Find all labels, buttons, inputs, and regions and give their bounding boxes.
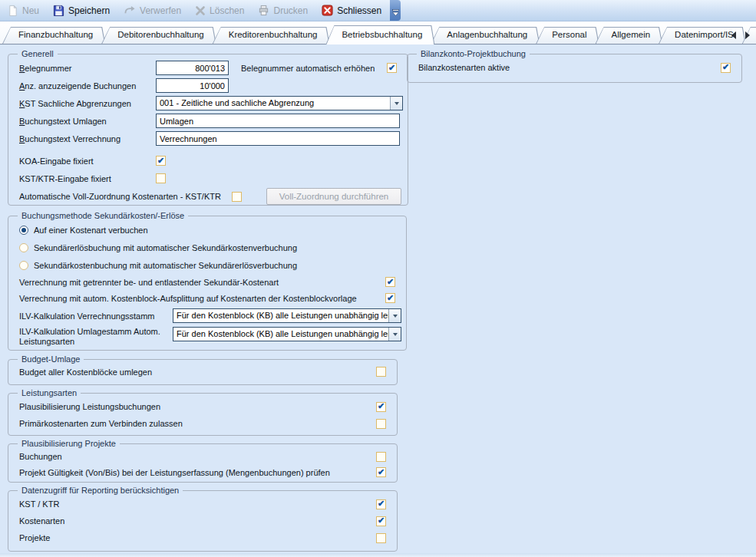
bilanzkostenarten-aktive-label: Bilanzkostenarten aktive [418,63,510,72]
print-icon [258,5,269,16]
save-icon [53,5,64,16]
projekte-checkbox[interactable] [376,533,386,543]
kstktr-fixiert-label: KST/KTR-Eingabe fixiert [19,174,156,183]
buchungstext-umlagen-label: Buchungstext Umlagen [19,117,156,126]
tab-betriebsbuchhaltung[interactable]: Betriebsbuchhaltung [325,25,434,44]
belegnummer-label: Belegnummer [19,64,156,73]
kstktr-fixiert-checkbox[interactable] [156,173,166,183]
group-plausibilisierung-projekte-title: Plausibilisierung Projekte [18,439,120,448]
budget-umlegen-label: Budget aller Kostenblöcke umlegen [19,367,152,377]
budget-umlegen-checkbox[interactable] [376,367,386,377]
delete-button-label: Löschen [210,5,244,16]
group-buchungsmethode: Buchungsmethode Sekundärkosten/-Erlöse A… [8,211,407,351]
new-button-label: Neu [22,5,39,16]
auto-increment-checkbox[interactable] [387,63,397,73]
radio-kostenart-verbuchen[interactable] [19,226,28,235]
toolbar-overflow-icon [392,8,399,18]
primaerkostenarten-verbinden-checkbox[interactable] [376,419,386,429]
group-leistungsarten-title: Leistungsarten [18,388,81,397]
betriebsbuchhaltung-panel: Generell Belegnummer Belegnummer automat… [0,44,756,557]
close-icon [322,5,333,16]
dropdown-arrow-icon[interactable] [388,328,401,341]
tab-debitorenbuchhaltung[interactable]: Debitorenbuchhaltung [101,27,216,44]
group-generell: Generell Belegnummer Belegnummer automat… [8,49,408,206]
new-document-icon [7,5,18,16]
kostenarten-label: Kostenarten [19,516,64,526]
kst-ktr-label: KST / KTR [19,499,59,509]
dropdown-arrow-icon[interactable] [388,309,401,322]
discard-button[interactable]: Verwerfen [117,0,188,21]
kst-abgrenzungen-label: KST Sachliche Abgrenzungen [19,99,156,108]
verrechnung-getrennt-checkbox[interactable] [385,277,395,287]
tab-datenimport-is[interactable]: Datenimport/IS [659,27,746,44]
delete-icon [195,5,206,16]
tab-archiv-dms[interactable]: Archiv/DMS [742,27,756,44]
auto-zuordnung-checkbox[interactable] [232,192,242,202]
group-budget-umlage: Budget-Umlage Budget aller Kostenblöcke … [8,354,398,385]
radio-sekundaerkostenbuchung[interactable] [19,261,28,270]
primaerkostenarten-verbinden-label: Primärkostenarten zum Verbinden zulassen [19,419,183,428]
kostenarten-checkbox[interactable] [376,516,386,526]
belegnummer-input[interactable] [156,61,229,75]
tab-anlagenbuchhaltung[interactable]: Anlagenbuchhaltung [431,27,540,44]
buchungen-checkbox[interactable] [376,452,386,462]
anz-buchungen-input[interactable] [156,78,229,93]
ilv-umlagestamm-label: ILV-Kalkulation Umlagestamm Autom. Leist… [19,327,173,347]
close-button[interactable]: Schliessen [315,0,388,21]
auto-increment-label: Belegnummer automatisch erhöhen [241,64,375,73]
plausibilisierung-leistungsbuchungen-checkbox[interactable] [376,402,386,412]
ilv-umlagestamm-select[interactable]: Für den Kostenblock (KB) alle Leistungen… [173,327,401,341]
ilv-verrechnungsstamm-label: ILV-Kalkulation Verrechnungsstamm [19,311,173,321]
save-button[interactable]: Speichern [46,0,117,21]
toolbar: Neu Speichern Verwerfen Löschen Drucken … [0,0,756,21]
koa-fixiert-checkbox[interactable] [156,156,166,166]
group-bilanzkonto-projektbuchung: Bilanzkonto-Projektbuchung Bilanzkostena… [407,49,742,83]
delete-button[interactable]: Löschen [188,0,251,21]
radio-sekundaerkostenbuchung-label: Sekundärkostenbuchung mit automatischer … [34,261,297,270]
new-button[interactable]: Neu [0,0,46,21]
buchungen-label: Buchungen [19,452,62,461]
buchungstext-umlagen-input[interactable] [156,114,400,128]
dropdown-arrow-icon[interactable] [390,97,402,110]
buchungstext-verrechnung-input[interactable] [156,131,400,146]
print-button[interactable]: Drucken [251,0,315,21]
voll-zuordnung-button[interactable]: Voll-Zuordnung durchführen [266,188,401,205]
verrechnung-aufsplittung-checkbox[interactable] [385,293,395,303]
group-buchungsmethode-title: Buchungsmethode Sekundärkosten/-Erlöse [18,211,188,220]
radio-sekundaererloesbuchung[interactable] [19,243,28,252]
koa-fixiert-label: KOA-Eingabe fixiert [19,157,156,166]
buchungstext-verrechnung-label: Buchungstext Verrechnung [19,134,156,143]
print-button-label: Drucken [273,5,308,16]
toolbar-overflow-button[interactable] [390,0,401,21]
tab-allgemein[interactable]: Allgemein [596,27,663,44]
ilv-verrechnungsstamm-select[interactable]: Für den Kostenblock (KB) alle Leistungen… [173,308,401,323]
save-button-label: Speichern [68,5,110,16]
plausibilisierung-leistungsbuchungen-label: Plausibilisierung Leistungsbuchungen [19,402,160,411]
tab-personal[interactable]: Personal [536,27,599,44]
group-leistungsarten: Leistungsarten Plausibilisierung Leistun… [8,388,398,436]
discard-button-label: Verwerfen [140,5,181,16]
group-datenzugriff: Datenzugriff für Reporting berücksichtig… [8,486,398,552]
bilanzkostenarten-aktive-checkbox[interactable] [721,63,731,73]
kst-abgrenzungen-select[interactable]: 001 - Zeitliche und sachliche Abgrenzung [156,96,403,110]
radio-kostenart-verbuchen-label: Auf einer Kostenart verbuchen [34,226,148,235]
close-button-label: Schliessen [337,5,381,16]
auto-zuordnung-label: Automatische Voll-Zuordnung Kostenarten … [19,192,221,201]
group-budget-umlage-title: Budget-Umlage [18,354,84,364]
verrechnung-getrennt-label: Verrechnung mit getrennter be- und entla… [19,278,279,287]
group-plausibilisierung-projekte: Plausibilisierung Projekte Buchungen Pro… [8,439,398,483]
tab-strip: Finanzbuchhaltung Debitorenbuchhaltung K… [0,21,756,44]
radio-sekundaererloesbuchung-label: Sekundärerlösbuchung mit automatischer S… [34,243,297,252]
kst-ktr-checkbox[interactable] [376,499,386,509]
group-generell-title: Generell [18,49,58,58]
discard-icon [124,5,136,16]
projekt-gueltigkeit-checkbox[interactable] [376,467,386,477]
group-datenzugriff-title: Datenzugriff für Reporting berücksichtig… [18,486,183,495]
verrechnung-aufsplittung-label: Verrechnung mit autom. Kostenblock-Aufsp… [19,294,357,303]
anz-buchungen-label: Anz. anzuzeigende Buchungen [19,81,156,91]
projekt-gueltigkeit-label: Projekt Gültigkeit (Von/Bis) bei der Lei… [19,468,330,477]
tab-kreditorenbuchhaltung[interactable]: Kreditorenbuchhaltung [213,27,330,44]
projekte-label: Projekte [19,533,50,542]
group-bilanzkonto-title: Bilanzkonto-Projektbuchung [417,49,530,58]
tab-finanzbuchhaltung[interactable]: Finanzbuchhaltung [2,27,105,44]
